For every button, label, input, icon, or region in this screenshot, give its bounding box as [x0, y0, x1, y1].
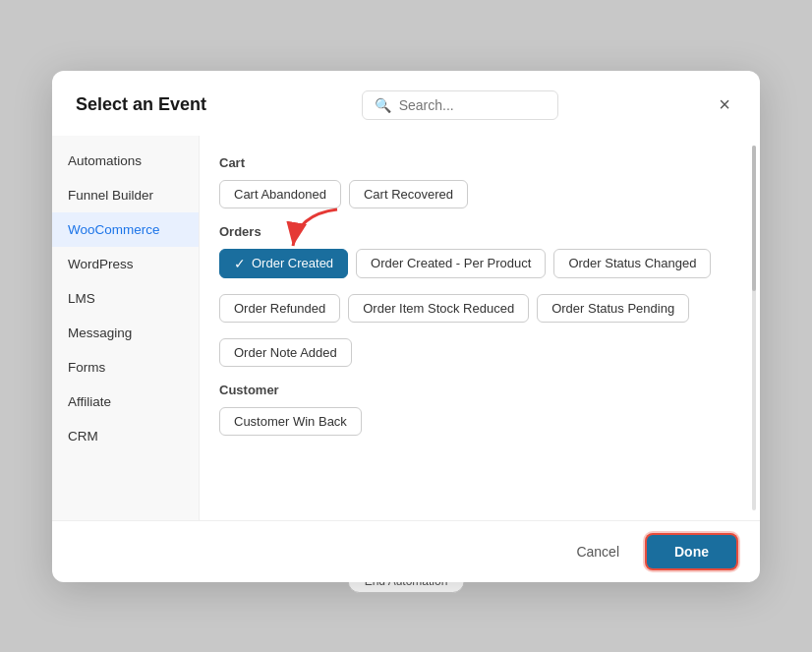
tag-cart-recovered[interactable]: Cart Recovered — [349, 180, 468, 208]
sidebar-item-crm[interactable]: CRM — [52, 419, 199, 453]
dialog-title: Select an Event — [76, 94, 206, 115]
tag-order-status-pending[interactable]: Order Status Pending — [537, 294, 689, 323]
orders-tag-group-3: Order Note Added — [219, 338, 740, 367]
dialog-header: Select an Event 🔍 × — [52, 71, 760, 136]
sidebar-item-affiliate[interactable]: Affiliate — [52, 385, 199, 419]
tag-order-item-stock-reduced[interactable]: Order Item Stock Reduced — [348, 294, 529, 323]
customer-section: Customer Customer Win Back — [219, 383, 740, 436]
tag-order-status-changed[interactable]: Order Status Changed — [553, 249, 711, 278]
cart-tag-group: Cart Abandoned Cart Recovered — [219, 180, 740, 208]
sidebar-item-wordpress[interactable]: WordPress — [52, 247, 199, 281]
sidebar-item-funnel-builder[interactable]: Funnel Builder — [52, 178, 199, 212]
dialog-footer: Cancel Done — [52, 520, 760, 582]
search-container[interactable]: 🔍 — [362, 90, 558, 120]
scroll-thumb — [752, 146, 756, 291]
tag-order-created-per-product[interactable]: Order Created - Per Product — [356, 249, 546, 278]
sidebar-item-lms[interactable]: LMS — [52, 281, 199, 316]
cart-section-title: Cart — [219, 155, 740, 170]
customer-section-title: Customer — [219, 383, 740, 397]
customer-tag-group: Customer Win Back — [219, 407, 740, 436]
select-event-dialog: Select an Event 🔍 × Automations Funnel B… — [52, 71, 760, 582]
orders-tag-group-2: Order Refunded Order Item Stock Reduced … — [219, 294, 740, 323]
tag-customer-win-back[interactable]: Customer Win Back — [219, 407, 362, 436]
checkmark-icon: ✓ — [234, 256, 246, 271]
tag-order-refunded[interactable]: Order Refunded — [219, 294, 340, 323]
search-icon: 🔍 — [375, 97, 391, 113]
orders-section: Orders ✓ Order Created — [219, 224, 740, 367]
sidebar-item-messaging[interactable]: Messaging — [52, 316, 199, 350]
tag-cart-abandoned[interactable]: Cart Abandoned — [219, 180, 341, 208]
tag-order-created-label: Order Created — [252, 256, 333, 270]
tag-order-created[interactable]: ✓ Order Created — [219, 249, 348, 278]
cancel-button[interactable]: Cancel — [560, 536, 635, 567]
search-input[interactable] — [399, 97, 546, 113]
tag-order-note-added[interactable]: Order Note Added — [219, 338, 352, 367]
orders-tag-group: ✓ Order Created Order Created - Per Prod… — [219, 249, 740, 278]
dialog-overlay: Select an Event 🔍 × Automations Funnel B… — [0, 0, 812, 652]
orders-section-title: Orders — [219, 224, 740, 239]
cart-section: Cart Cart Abandoned Cart Recovered — [219, 155, 740, 208]
close-button[interactable]: × — [713, 91, 736, 118]
sidebar-item-automations[interactable]: Automations — [52, 144, 199, 178]
sidebar-item-woocommerce[interactable]: WooCommerce — [52, 212, 199, 247]
scroll-indicator — [752, 146, 756, 510]
main-content: Cart Cart Abandoned Cart Recovered Order… — [200, 136, 760, 520]
sidebar-item-forms[interactable]: Forms — [52, 350, 199, 385]
dialog-body: Automations Funnel Builder WooCommerce W… — [52, 136, 760, 520]
sidebar: Automations Funnel Builder WooCommerce W… — [52, 136, 200, 520]
done-button[interactable]: Done — [647, 535, 736, 568]
